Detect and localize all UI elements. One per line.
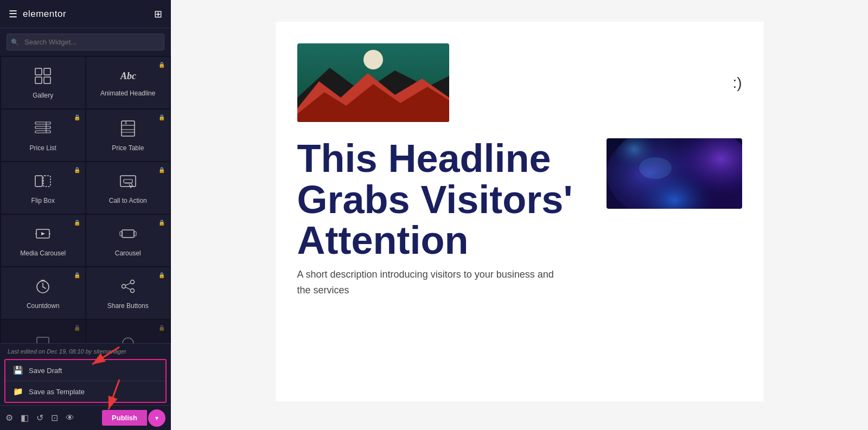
toolbar-icons: ⚙ ◧ ↺ ⊡ 👁 <box>5 413 74 423</box>
search-input[interactable] <box>7 34 164 50</box>
widget-item-countdown[interactable]: 🔒 Countdown <box>1 267 85 319</box>
responsive-icon[interactable]: ⊡ <box>51 413 58 423</box>
carousel-icon <box>119 225 137 245</box>
widget-item-extra-2[interactable]: 🔒 <box>86 320 170 343</box>
svg-point-33 <box>130 289 134 293</box>
brand-name: elementor <box>23 9 66 20</box>
layers-icon[interactable]: ◧ <box>21 413 29 423</box>
animated-headline-icon: Abc <box>119 69 137 85</box>
widget-grid: Gallery 🔒 Abc Animated Headline 🔒 <box>0 56 171 343</box>
lock-icon-countdown: 🔒 <box>74 272 80 278</box>
lock-icon-media-carousel: 🔒 <box>74 220 80 226</box>
call-to-action-label: Call to Action <box>109 197 147 206</box>
lock-icon: 🔒 <box>158 62 165 68</box>
smiley-text: :) <box>732 74 742 92</box>
sidebar: ☰ elementor ⊞ Gallery 🔒 <box>0 0 171 430</box>
price-table-icon: $ <box>119 120 137 140</box>
svg-rect-5 <box>35 122 50 124</box>
publish-area: Publish ▾ <box>102 409 165 427</box>
widget-item-extra-1[interactable]: 🔒 <box>1 320 85 343</box>
canvas-content: :) This Headline Grabs Visitors' Attenti… <box>276 22 764 401</box>
svg-line-34 <box>125 283 130 285</box>
hamburger-icon[interactable]: ☰ <box>9 8 17 20</box>
sidebar-topbar: ☰ elementor ⊞ <box>0 0 171 28</box>
flip-box-label: Flip Box <box>31 197 55 206</box>
last-edited-text: Last edited on Dec 19, 08:10 by sitemana… <box>0 344 171 357</box>
widget-item-gallery[interactable]: Gallery <box>1 57 85 108</box>
save-template-button[interactable]: 📁 Save as Template <box>5 381 165 402</box>
svg-text:$: $ <box>125 121 127 125</box>
animated-headline-label: Animated Headline <box>100 89 155 98</box>
widget-item-price-table[interactable]: 🔒 $ Price Table <box>86 110 170 161</box>
main-headline: This Headline Grabs Visitors' Attention <box>297 138 585 261</box>
gallery-icon <box>34 67 52 87</box>
svg-text:Abc: Abc <box>120 70 136 81</box>
svg-rect-36 <box>37 337 49 343</box>
svg-point-31 <box>130 280 134 284</box>
svg-rect-14 <box>35 176 42 187</box>
widget-item-media-carousel[interactable]: 🔒 Media Carousel <box>1 215 85 266</box>
lock-icon-cta: 🔒 <box>158 167 165 173</box>
svg-rect-0 <box>35 68 42 75</box>
sidebar-footer: Last edited on Dec 19, 08:10 by sitemana… <box>0 343 171 430</box>
save-buttons-group: 💾 Save Draft 📁 Save as Template <box>4 359 167 403</box>
svg-rect-18 <box>124 179 132 183</box>
gallery-label: Gallery <box>33 92 53 100</box>
svg-point-52 <box>639 157 672 179</box>
widget-item-share-buttons[interactable]: 🔒 Share Buttons <box>86 267 170 319</box>
svg-line-29 <box>43 287 46 288</box>
svg-rect-9 <box>122 121 135 136</box>
svg-rect-17 <box>120 176 136 187</box>
short-description: A short description introducing visitors… <box>297 267 569 298</box>
canvas-middle-row: This Headline Grabs Visitors' Attention … <box>297 138 742 298</box>
svg-rect-3 <box>44 77 50 84</box>
price-list-label: Price List <box>30 144 56 153</box>
lock-icon-price-table: 🔒 <box>158 114 165 120</box>
save-draft-button[interactable]: 💾 Save Draft <box>5 360 165 381</box>
svg-point-32 <box>122 285 125 288</box>
settings-icon[interactable]: ⚙ <box>5 413 13 423</box>
share-buttons-icon <box>119 278 137 298</box>
svg-point-43 <box>363 50 383 69</box>
svg-rect-15 <box>43 176 50 187</box>
svg-rect-7 <box>35 131 50 133</box>
widget-item-animated-headline[interactable]: 🔒 Abc Animated Headline <box>86 57 170 108</box>
widget-item-call-to-action[interactable]: 🔒 Call to Action <box>86 162 170 214</box>
svg-rect-2 <box>35 77 42 84</box>
countdown-icon <box>34 278 52 298</box>
svg-rect-6 <box>35 126 50 129</box>
save-draft-icon: 💾 <box>13 365 23 375</box>
landscape-image <box>297 43 449 122</box>
price-table-label: Price Table <box>112 144 144 153</box>
history-icon[interactable]: ↺ <box>36 413 43 423</box>
svg-marker-21 <box>41 232 45 235</box>
widget-item-carousel[interactable]: 🔒 Carousel <box>86 215 170 266</box>
svg-rect-24 <box>122 230 134 238</box>
svg-point-37 <box>123 338 133 343</box>
media-carousel-label: Media Carousel <box>20 249 66 258</box>
search-container <box>0 28 171 56</box>
share-buttons-label: Share Buttons <box>107 302 149 311</box>
eye-icon[interactable]: 👁 <box>66 413 74 423</box>
lock-icon-carousel: 🔒 <box>158 220 165 226</box>
lock-icon-extra-1: 🔒 <box>74 325 80 331</box>
extra-icon-2 <box>120 336 136 343</box>
publish-dropdown-button[interactable]: ▾ <box>148 409 165 427</box>
svg-rect-1 <box>44 68 50 75</box>
price-list-icon <box>34 120 52 140</box>
save-template-label: Save as Template <box>29 388 85 396</box>
media-carousel-icon <box>34 225 52 245</box>
widget-item-price-list[interactable]: 🔒 Price List <box>1 110 85 161</box>
grid-icon[interactable]: ⊞ <box>154 8 162 20</box>
bottom-toolbar: ⚙ ◧ ↺ ⊡ 👁 Publish ▾ <box>0 405 171 430</box>
lock-icon-extra-2: 🔒 <box>158 325 165 331</box>
main-canvas: :) This Headline Grabs Visitors' Attenti… <box>171 0 868 430</box>
countdown-label: Countdown <box>27 302 60 311</box>
flip-box-icon <box>34 172 52 192</box>
publish-button[interactable]: Publish <box>102 410 147 426</box>
lock-icon-price-list: 🔒 <box>74 114 80 120</box>
svg-line-35 <box>125 287 130 290</box>
lock-icon-flip-box: 🔒 <box>74 167 80 173</box>
widget-item-flip-box[interactable]: 🔒 Flip Box <box>1 162 85 214</box>
save-draft-label: Save Draft <box>29 367 62 375</box>
